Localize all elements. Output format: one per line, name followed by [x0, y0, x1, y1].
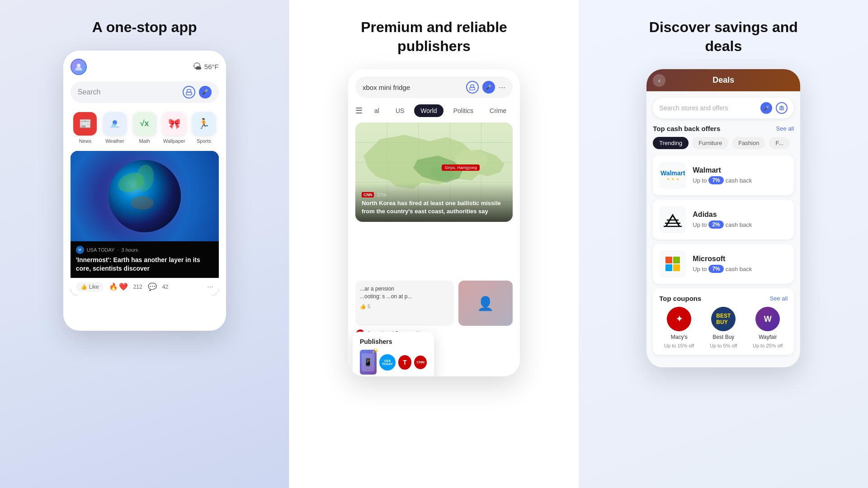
app-item-wallpaper[interactable]: 🎀 Wallpaper	[162, 112, 186, 144]
deals-mic-icon[interactable]: 🎤	[760, 102, 772, 114]
article-card-left[interactable]: ...ar a pension ...ooting: s ...on at p.…	[355, 281, 454, 326]
publishers-title: Publishers	[360, 338, 427, 345]
usatoday-logo: USATODAY	[379, 354, 396, 371]
ms-cell-green	[673, 257, 680, 263]
coupon-macys[interactable]: ✦ Macy's Up to 15% off	[659, 307, 699, 348]
sports-label: Sports	[197, 138, 211, 144]
panel-3-title: Discover savings and deals	[637, 18, 809, 56]
wayfair-logo: W	[755, 307, 780, 331]
adidas-brand: Adidas	[693, 211, 788, 219]
microsoft-desc-prefix: Up to	[693, 266, 707, 272]
news-icon[interactable]: 📰	[73, 112, 97, 136]
p2-lens-icon[interactable]	[466, 81, 479, 94]
ms-cell-red	[665, 257, 672, 263]
usa-today-logo: U	[76, 246, 84, 254]
chip-more[interactable]: F...	[769, 137, 789, 149]
see-all-coupons[interactable]: See all	[770, 295, 788, 302]
deal-card-walmart[interactable]: Walmart ✦ ✦ ✦ Walmart Up to 7% cash back	[653, 155, 794, 195]
cashback-title: Top cash back offers	[653, 125, 720, 132]
panel-2-title: Premium and reliable publishers	[348, 18, 520, 56]
macys-brand: Macy's	[671, 334, 688, 340]
back-button[interactable]: ‹	[653, 74, 665, 87]
chip-trending[interactable]: Trending	[653, 137, 689, 149]
chip-fashion[interactable]: Fashion	[732, 137, 765, 149]
walmart-brand: Walmart	[693, 166, 788, 174]
walmart-text: Walmart	[660, 169, 685, 177]
deal-card-microsoft[interactable]: Microsoft Up to 7% cash back	[653, 244, 794, 284]
article-image-right[interactable]: 👤	[458, 281, 513, 326]
deal-card-adidas[interactable]: Adidas Up to 2% cash back	[653, 200, 794, 239]
math-icon[interactable]: √x	[133, 112, 156, 136]
emoji-reactions: 🔥❤️	[109, 282, 128, 291]
wayfair-discount: Up to 25% off	[753, 343, 783, 348]
deals-body: Search stores and offers 🎤 Top cash back…	[646, 91, 800, 361]
coupons-title: Top coupons	[659, 295, 701, 302]
microphone-icon[interactable]: 🎤	[199, 86, 212, 99]
app-item-weather[interactable]: Weather	[103, 112, 127, 144]
ms-cell-yellow	[673, 264, 680, 271]
map-source: CNN 37m	[362, 192, 506, 197]
coupon-bestbuy[interactable]: BESTBUY Best Buy Up to 5% off	[703, 307, 743, 348]
news-map-card[interactable]: Sinpo, Hamgyong CNN 37m North Korea has …	[355, 122, 513, 222]
weather-badge: 🌤 56°F	[193, 61, 219, 72]
like-label: Like	[89, 284, 99, 290]
news-image	[71, 151, 219, 241]
see-all-cashback[interactable]: See all	[776, 125, 794, 132]
comment-count: 42	[162, 284, 168, 290]
macys-discount: Up to 15% off	[664, 343, 694, 348]
like-button[interactable]: 👍 Like	[76, 282, 104, 292]
bestbuy-brand: Best Buy	[712, 334, 734, 340]
app-item-news[interactable]: 📰 News	[73, 112, 97, 144]
p2-mic-icon[interactable]: 🎤	[482, 81, 495, 94]
math-label: Math	[139, 138, 150, 144]
adidas-cashback-badge: 2%	[708, 221, 723, 229]
lens-icon[interactable]	[183, 86, 195, 99]
macys-logo: ✦	[667, 307, 691, 331]
app-item-math[interactable]: √x Math	[133, 112, 156, 144]
wayfair-brand: Wayfair	[759, 334, 777, 340]
thumb-icon: 👍	[80, 284, 87, 290]
walmart-desc-prefix: Up to	[693, 177, 707, 184]
publisher-phone-icon: 📱 ✨	[360, 350, 377, 375]
tab-us[interactable]: US	[389, 104, 410, 117]
coupons-section-header: Top coupons See all	[659, 295, 788, 302]
p2-more-icon[interactable]: ···	[499, 83, 505, 92]
nav-tabs: ☰ al US World Politics Crime	[355, 104, 513, 117]
news-footer: U USA TODAY · 3 hours 'Innermost': Earth…	[71, 241, 219, 278]
phone-header: 🌤 56°F	[71, 59, 219, 75]
search-bar[interactable]: Search 🎤	[71, 81, 219, 103]
microsoft-deal-info: Microsoft Up to 7% cash back	[693, 255, 788, 273]
phone-mockup-1: 🌤 56°F Search 🎤 📰 News	[63, 51, 226, 331]
news-card[interactable]: U USA TODAY · 3 hours 'Innermost': Earth…	[71, 151, 219, 296]
avatar	[71, 59, 87, 75]
app-item-sports[interactable]: 🏃 Sports	[192, 112, 216, 144]
hamburger-icon[interactable]: ☰	[355, 106, 363, 116]
p2-search-bar[interactable]: xbox mini fridge 🎤 ···	[355, 76, 513, 98]
chip-furniture[interactable]: Furniture	[692, 137, 728, 149]
walmart-deal-desc: Up to 7% cash back	[693, 176, 788, 184]
tab-politics[interactable]: Politics	[447, 104, 480, 117]
cashback-section-header: Top cash back offers See all	[653, 125, 794, 132]
tab-crime[interactable]: Crime	[483, 104, 513, 117]
svg-point-0	[77, 64, 80, 67]
map-background: Sinpo, Hamgyong CNN 37m North Korea has …	[355, 122, 513, 222]
wallpaper-icon[interactable]: 🎀	[162, 112, 186, 136]
map-location-highlight: Sinpo, Hamgyong	[442, 164, 480, 171]
deals-search-bar[interactable]: Search stores and offers 🎤	[653, 98, 794, 118]
p2-search-text: xbox mini fridge	[363, 84, 462, 91]
tab-al[interactable]: al	[368, 104, 386, 117]
svg-rect-4	[471, 85, 474, 88]
coupon-wayfair[interactable]: W Wayfair Up to 25% off	[748, 307, 788, 348]
deals-header: ‹ Deals	[646, 69, 800, 91]
tab-world[interactable]: World	[414, 104, 443, 117]
sports-icon[interactable]: 🏃	[192, 112, 216, 136]
weather-app-icon[interactable]	[103, 112, 127, 136]
more-options-icon[interactable]: ···	[207, 283, 213, 291]
map-headline: North Korea has fired at least one balli…	[362, 199, 506, 216]
temperature: 56°F	[204, 63, 219, 70]
news-actions: 👍 Like 🔥❤️ 212 💬 42 ···	[71, 278, 219, 296]
panel-2: Premium and reliable publishers xbox min…	[289, 0, 579, 488]
deals-camera-icon[interactable]	[776, 102, 788, 114]
microsoft-cashback-badge: 7%	[708, 265, 723, 273]
search-placeholder: Search	[78, 88, 179, 96]
